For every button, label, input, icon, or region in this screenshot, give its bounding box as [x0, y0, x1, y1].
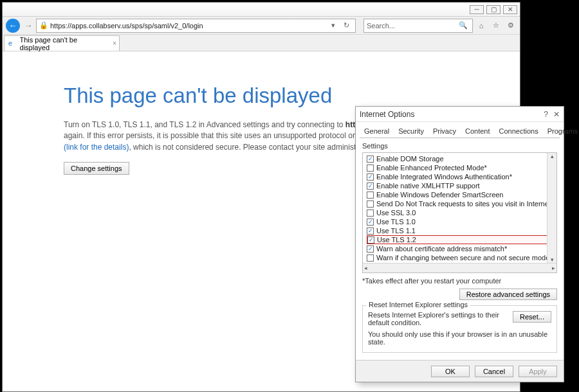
settings-row-label: Send Do Not Track requests to sites you … — [376, 200, 556, 208]
window-minimize-button[interactable]: ─ — [470, 5, 484, 14]
url-text: https://apps.collabserv.us/sps/sp/saml/v… — [50, 22, 327, 30]
dialog-close-icon[interactable]: ✕ — [553, 110, 560, 119]
settings-row[interactable]: Use SSL 3.0 — [367, 208, 554, 217]
reset-description: Resets Internet Explorer's settings to t… — [368, 311, 509, 326]
settings-checkbox[interactable]: ✓ — [367, 183, 374, 190]
settings-row[interactable]: Enable Windows Defender SmartScreen — [367, 190, 554, 199]
settings-checkbox[interactable] — [367, 165, 374, 172]
settings-row[interactable]: ✓Use TLS 1.1 — [367, 226, 554, 235]
favorites-icon[interactable]: ☆ — [491, 21, 501, 31]
dialog-footer: OK Cancel Apply — [356, 360, 564, 382]
dialog-tabs: GeneralSecurityPrivacyContentConnections… — [360, 125, 560, 138]
dialog-tab-general[interactable]: General — [360, 125, 394, 138]
settings-row[interactable]: Warn if changing between secure and not … — [367, 253, 554, 262]
settings-horizontal-scrollbar[interactable]: ◂▸ — [363, 263, 556, 272]
settings-row-label: Warn about certificate address mismatch* — [376, 245, 507, 253]
tab-close-icon[interactable]: × — [113, 40, 116, 47]
url-dropdown-icon[interactable]: ▾ — [328, 21, 338, 31]
address-bar[interactable]: 🔒 https://apps.collabserv.us/sps/sp/saml… — [36, 19, 356, 33]
restart-note: *Takes effect after you restart your com… — [362, 277, 557, 285]
settings-checkbox[interactable]: ✓ — [367, 245, 374, 253]
settings-row[interactable]: ✓Use TLS 1.2 — [367, 235, 554, 244]
settings-label: Settings — [362, 142, 557, 150]
window-close-button[interactable]: ✕ — [503, 5, 517, 14]
internet-options-dialog: Internet Options ? ✕ GeneralSecurityPriv… — [355, 106, 564, 382]
settings-checkbox[interactable]: ✓ — [367, 227, 374, 235]
search-placeholder: Search... — [367, 22, 457, 30]
dialog-tab-connections[interactable]: Connections — [494, 125, 542, 138]
settings-listbox[interactable]: ✓Enable DOM StorageEnable Enhanced Prote… — [362, 152, 557, 273]
settings-checkbox[interactable]: ✓ — [367, 236, 374, 244]
refresh-icon[interactable]: ↻ — [341, 21, 351, 31]
settings-row-label: Enable native XMLHTTP support — [376, 182, 480, 190]
tab-title: This page can't be displayed — [20, 36, 106, 51]
reset-note: You should only use this if your browser… — [368, 330, 551, 346]
settings-row[interactable]: ✓Enable native XMLHTTP support — [367, 181, 554, 190]
settings-row[interactable]: Send Do Not Track requests to sites you … — [367, 199, 554, 208]
search-box[interactable]: Search... 🔍 — [363, 19, 473, 33]
settings-checkbox[interactable] — [367, 254, 374, 262]
settings-row-label: Enable DOM Storage — [376, 155, 444, 163]
settings-row-label: Enable Windows Defender SmartScreen — [376, 191, 503, 199]
settings-row-label: Use TLS 1.0 — [376, 218, 416, 226]
nav-bar: ← → 🔒 https://apps.collabserv.us/sps/sp/… — [3, 17, 520, 35]
settings-row[interactable]: ✓Enable Integrated Windows Authenticatio… — [367, 172, 554, 181]
settings-row-label: Use TLS 1.1 — [376, 227, 416, 235]
settings-vertical-scrollbar[interactable]: ▴▾ — [547, 153, 556, 263]
details-link[interactable]: (link for the details) — [64, 143, 129, 152]
dialog-tab-content[interactable]: Content — [461, 125, 495, 138]
apply-button[interactable]: Apply — [519, 366, 557, 377]
page-heading: This page can't be displayed — [64, 84, 455, 108]
dialog-tab-programs[interactable]: Programs — [543, 125, 579, 138]
browser-tab[interactable]: e This page can't be displayed × — [4, 35, 120, 51]
settings-row-label: Use SSL 3.0 — [376, 209, 416, 217]
forward-button[interactable]: → — [23, 20, 34, 31]
change-settings-button[interactable]: Change settings — [64, 162, 129, 175]
settings-checkbox[interactable] — [367, 209, 374, 217]
settings-row[interactable]: ✓Use TLS 1.0 — [367, 217, 554, 226]
settings-row-label: Warn if changing between secure and not … — [376, 254, 549, 262]
settings-row[interactable]: ✓Warn about certificate address mismatch… — [367, 244, 554, 253]
settings-checkbox[interactable]: ✓ — [367, 218, 374, 226]
settings-checkbox[interactable] — [367, 192, 374, 199]
restore-advanced-settings-button[interactable]: Restore advanced settings — [459, 289, 557, 300]
settings-checkbox[interactable]: ✓ — [367, 174, 374, 181]
cancel-button[interactable]: Cancel — [475, 366, 513, 377]
settings-row-label: Enable Integrated Windows Authentication… — [376, 173, 512, 181]
settings-row-label: Use TLS 1.2 — [377, 236, 416, 244]
settings-row-label: Enable Enhanced Protected Mode* — [376, 164, 487, 172]
reset-button[interactable]: Reset... — [513, 311, 551, 323]
ie-favicon-icon: e — [8, 39, 17, 48]
settings-row[interactable]: ✓Enable DOM Storage — [367, 154, 554, 163]
settings-checkbox[interactable]: ✓ — [367, 156, 374, 163]
window-maximize-button[interactable]: ▢ — [486, 5, 501, 14]
dialog-titlebar: Internet Options ? ✕ — [356, 107, 564, 122]
dialog-tab-privacy[interactable]: Privacy — [428, 125, 461, 138]
tools-gear-icon[interactable]: ⚙ — [506, 21, 516, 31]
home-icon[interactable]: ⌂ — [476, 21, 486, 31]
settings-row[interactable]: Enable Enhanced Protected Mode* — [367, 163, 554, 172]
tab-strip: e This page can't be displayed × — [3, 35, 520, 51]
lock-icon: 🔒 — [39, 21, 48, 30]
dialog-help-icon[interactable]: ? — [544, 110, 548, 119]
reset-group-legend: Reset Internet Explorer settings — [367, 301, 470, 308]
reset-group: Reset Internet Explorer settings Resets … — [362, 305, 557, 353]
dialog-title: Internet Options — [360, 110, 414, 119]
dialog-tab-security[interactable]: Security — [394, 125, 428, 138]
window-titlebar: ─ ▢ ✕ — [3, 3, 520, 17]
settings-checkbox[interactable] — [367, 200, 374, 208]
back-button[interactable]: ← — [5, 19, 21, 33]
search-icon[interactable]: 🔍 — [458, 21, 468, 31]
ok-button[interactable]: OK — [431, 366, 470, 377]
dialog-body: Settings ✓Enable DOM StorageEnable Enhan… — [356, 138, 564, 355]
